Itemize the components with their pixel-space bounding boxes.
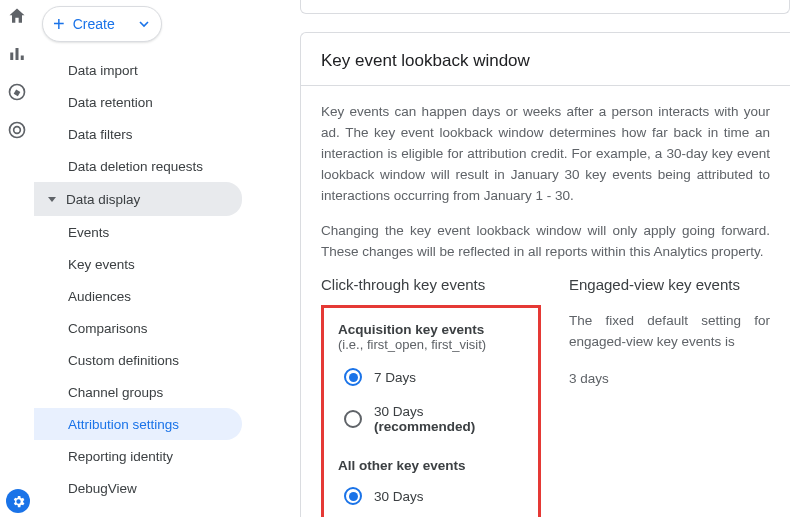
- radio-label: 30 Days: [374, 489, 424, 504]
- nav-item-data-import[interactable]: Data import: [34, 54, 242, 86]
- nav-item-reporting-identity[interactable]: Reporting identity: [34, 440, 242, 472]
- other-option-30days[interactable]: 30 Days: [338, 481, 524, 511]
- icon-rail: [0, 0, 34, 517]
- bar-chart-icon[interactable]: [7, 44, 27, 64]
- nav-list: Data import Data retention Data filters …: [34, 54, 250, 517]
- card-title: Key event lookback window: [321, 51, 770, 71]
- sidebar: + Create Data import Data retention Data…: [34, 0, 250, 517]
- nav-item-events[interactable]: Events: [34, 216, 242, 248]
- radio-label: 30 Days (recommended): [374, 404, 524, 434]
- nav-item-comparisons[interactable]: Comparisons: [34, 312, 242, 344]
- nav-item-attribution-settings[interactable]: Attribution settings: [34, 408, 242, 440]
- divider: [301, 85, 790, 86]
- section-label: Product links: [63, 514, 140, 518]
- other-title: All other key events: [338, 458, 524, 473]
- nav-item-data-retention[interactable]: Data retention: [34, 86, 242, 118]
- create-label: Create: [73, 16, 115, 32]
- nav-item-key-events[interactable]: Key events: [34, 248, 242, 280]
- acq-sub: (i.e., first_open, first_visit): [338, 337, 524, 352]
- nav-item-custom-definitions[interactable]: Custom definitions: [34, 344, 242, 376]
- radio-icon: [344, 487, 362, 505]
- acq-group: Acquisition key events (i.e., first_open…: [338, 322, 524, 440]
- nav-item-data-filters[interactable]: Data filters: [34, 118, 242, 150]
- settings-button[interactable]: [6, 489, 30, 513]
- click-through-column: Click-through key events Acquisition key…: [321, 276, 541, 517]
- radio-icon: [344, 410, 362, 428]
- acq-title: Acquisition key events: [338, 322, 524, 337]
- engaged-view-column: Engaged-view key events The fixed defaul…: [569, 276, 770, 517]
- acq-option-30days[interactable]: 30 Days (recommended): [338, 398, 524, 440]
- card-desc-1: Key events can happen days or weeks afte…: [321, 102, 770, 207]
- nav-item-audiences[interactable]: Audiences: [34, 280, 242, 312]
- lookback-card: Key event lookback window Key events can…: [300, 32, 790, 517]
- nav-section-product-links[interactable]: Product links: [34, 504, 242, 517]
- svg-rect-1: [16, 48, 19, 60]
- card-desc-2: Changing the key event lookback window w…: [321, 221, 770, 263]
- nav-item-channel-groups[interactable]: Channel groups: [34, 376, 242, 408]
- caret-down-icon: [48, 197, 56, 202]
- svg-point-4: [10, 123, 25, 138]
- explore-icon[interactable]: [7, 82, 27, 102]
- plus-icon: +: [53, 14, 65, 34]
- engaged-title: Engaged-view key events: [569, 276, 770, 293]
- highlight-box: Acquisition key events (i.e., first_open…: [321, 305, 541, 517]
- acq-option-7days[interactable]: 7 Days: [338, 362, 524, 392]
- home-icon[interactable]: [7, 6, 27, 26]
- columns: Click-through key events Acquisition key…: [321, 276, 770, 517]
- create-button[interactable]: + Create: [42, 6, 162, 42]
- svg-rect-2: [21, 56, 24, 61]
- ads-icon[interactable]: [7, 120, 27, 140]
- nav-section-data-display[interactable]: Data display: [34, 182, 242, 216]
- nav-item-data-deletion[interactable]: Data deletion requests: [34, 150, 242, 182]
- section-label: Data display: [66, 192, 140, 207]
- svg-rect-0: [10, 53, 13, 61]
- engaged-value: 3 days: [569, 371, 770, 386]
- click-through-title: Click-through key events: [321, 276, 541, 293]
- other-group: All other key events 30 Days 60 Days 90 …: [338, 458, 524, 517]
- engaged-desc: The fixed default setting for engaged-vi…: [569, 311, 770, 353]
- nav-item-debugview[interactable]: DebugView: [34, 472, 242, 504]
- data-display-items: Events Key events Audiences Comparisons …: [34, 216, 250, 504]
- main-content: Key event lookback window Key events can…: [250, 0, 790, 517]
- prev-card-bottom: [300, 0, 790, 14]
- chevron-down-icon: [139, 16, 149, 32]
- svg-point-5: [14, 127, 21, 134]
- radio-icon: [344, 368, 362, 386]
- radio-label: 7 Days: [374, 370, 416, 385]
